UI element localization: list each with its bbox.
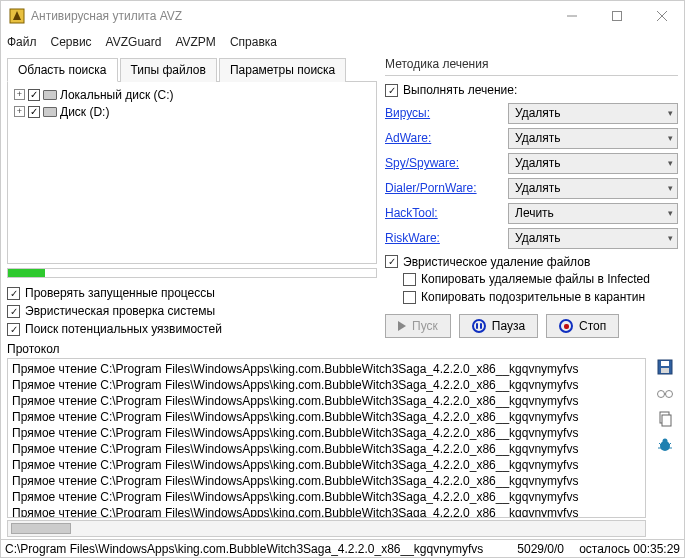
tree-row[interactable]: + ✓ Локальный диск (C:) <box>14 86 370 103</box>
log-line: Прямое чтение C:\Program Files\WindowsAp… <box>12 457 641 473</box>
svg-point-9 <box>666 391 673 398</box>
log-line: Прямое чтение C:\Program Files\WindowsAp… <box>12 361 641 377</box>
horizontal-scrollbar[interactable] <box>7 520 646 537</box>
menu-service[interactable]: Сервис <box>51 35 92 49</box>
play-icon <box>398 321 406 331</box>
log-line: Прямое чтение C:\Program Files\WindowsAp… <box>12 409 641 425</box>
chevron-down-icon: ▾ <box>668 108 673 118</box>
chevron-down-icon: ▾ <box>668 233 673 243</box>
stop-button[interactable]: Стоп <box>546 314 619 338</box>
perform-cure-label: Выполнять лечение: <box>403 83 517 97</box>
minimize-button[interactable] <box>549 1 594 31</box>
chevron-down-icon: ▾ <box>668 158 673 168</box>
close-button[interactable] <box>639 1 684 31</box>
log-line: Прямое чтение C:\Program Files\WindowsAp… <box>12 505 641 518</box>
select-riskware[interactable]: Удалять▾ <box>508 228 678 249</box>
tab-file-types[interactable]: Типы файлов <box>120 58 217 82</box>
menu-help[interactable]: Справка <box>230 35 277 49</box>
select-adware[interactable]: Удалять▾ <box>508 128 678 149</box>
menubar: Файл Сервис AVZGuard AVZPM Справка <box>1 31 684 53</box>
check-copy-quarantine[interactable] <box>403 291 416 304</box>
svg-rect-6 <box>661 361 669 366</box>
link-adware[interactable]: AdWare: <box>385 131 504 145</box>
stop-icon <box>559 319 573 333</box>
tab-search-area[interactable]: Область поиска <box>7 58 118 82</box>
expand-icon[interactable]: + <box>14 89 25 100</box>
link-dialer[interactable]: Dialer/PornWare: <box>385 181 504 195</box>
drive-icon <box>43 107 57 117</box>
save-icon[interactable] <box>656 358 674 376</box>
maximize-button[interactable] <box>594 1 639 31</box>
protocol-log[interactable]: Прямое чтение C:\Program Files\WindowsAp… <box>7 358 646 518</box>
chevron-down-icon: ▾ <box>668 208 673 218</box>
pause-icon <box>472 319 486 333</box>
svg-line-16 <box>669 443 671 445</box>
tab-search-params[interactable]: Параметры поиска <box>219 58 346 82</box>
svg-rect-2 <box>612 12 621 21</box>
app-window: Антивирусная утилита AVZ Файл Сервис AVZ… <box>0 0 685 558</box>
pause-button[interactable]: Пауза <box>459 314 538 338</box>
copy-quarantine-label: Копировать подозрительные в карантин <box>421 290 645 304</box>
status-path: C:\Program Files\WindowsApps\king.com.Bu… <box>5 542 490 556</box>
drive-checkbox[interactable]: ✓ <box>28 106 40 118</box>
drive-icon <box>43 90 57 100</box>
check-label: Поиск потенциальных уязвимостей <box>25 322 222 336</box>
svg-rect-12 <box>662 415 671 426</box>
check-copy-infected[interactable] <box>403 273 416 286</box>
status-bar: C:\Program Files\WindowsApps\king.com.Bu… <box>1 539 684 557</box>
check-perform-cure[interactable]: ✓ <box>385 84 398 97</box>
drive-checkbox[interactable]: ✓ <box>28 89 40 101</box>
scroll-thumb[interactable] <box>11 523 71 534</box>
drive-label: Диск (D:) <box>60 105 109 119</box>
start-button[interactable]: Пуск <box>385 314 451 338</box>
heur-label: Эвристическое удаление файлов <box>403 255 590 269</box>
status-progress: 5029/0/0 <box>490 542 570 556</box>
log-line: Прямое чтение C:\Program Files\WindowsAp… <box>12 473 641 489</box>
copy-icon[interactable] <box>656 410 674 428</box>
menu-file[interactable]: Файл <box>7 35 37 49</box>
check-heuristic-delete[interactable]: ✓ <box>385 255 398 268</box>
window-title: Антивирусная утилита AVZ <box>31 9 549 23</box>
link-riskware[interactable]: RiskWare: <box>385 231 504 245</box>
progress-bar <box>7 268 377 278</box>
check-vulnerabilities[interactable]: ✓ <box>7 323 20 336</box>
protocol-title: Протокол <box>7 342 646 356</box>
tree-row[interactable]: + ✓ Диск (D:) <box>14 103 370 120</box>
drive-tree[interactable]: + ✓ Локальный диск (C:) + ✓ Диск (D:) <box>7 82 377 264</box>
status-eta: осталось 00:35:29 <box>570 542 680 556</box>
menu-avzpm[interactable]: AVZPM <box>175 35 215 49</box>
check-heuristic-system[interactable]: ✓ <box>7 305 20 318</box>
select-dialer[interactable]: Удалять▾ <box>508 178 678 199</box>
select-spyware[interactable]: Удалять▾ <box>508 153 678 174</box>
menu-avzguard[interactable]: AVZGuard <box>106 35 162 49</box>
log-line: Прямое чтение C:\Program Files\WindowsAp… <box>12 441 641 457</box>
expand-icon[interactable]: + <box>14 106 25 117</box>
chevron-down-icon: ▾ <box>668 183 673 193</box>
svg-point-14 <box>663 439 668 444</box>
select-viruses[interactable]: Удалять▾ <box>508 103 678 124</box>
check-label: Проверять запущенные процессы <box>25 286 215 300</box>
check-running-processes[interactable]: ✓ <box>7 287 20 300</box>
svg-rect-7 <box>661 368 669 373</box>
drive-label: Локальный диск (C:) <box>60 88 174 102</box>
check-label: Эвристическая проверка системы <box>25 304 215 318</box>
svg-point-8 <box>658 391 665 398</box>
copy-infected-label: Копировать удаляемые файлы в Infected <box>421 272 650 286</box>
log-line: Прямое чтение C:\Program Files\WindowsAp… <box>12 425 641 441</box>
tab-bar: Область поиска Типы файлов Параметры пои… <box>7 57 377 82</box>
link-viruses[interactable]: Вирусы: <box>385 106 504 120</box>
chevron-down-icon: ▾ <box>668 133 673 143</box>
glasses-icon[interactable] <box>656 384 674 402</box>
log-line: Прямое чтение C:\Program Files\WindowsAp… <box>12 489 641 505</box>
select-hacktool[interactable]: Лечить▾ <box>508 203 678 224</box>
log-line: Прямое чтение C:\Program Files\WindowsAp… <box>12 393 641 409</box>
treatment-title: Методика лечения <box>385 57 678 71</box>
svg-line-15 <box>659 443 661 445</box>
bug-icon[interactable] <box>656 436 674 454</box>
app-icon <box>9 8 25 24</box>
titlebar: Антивирусная утилита AVZ <box>1 1 684 31</box>
link-hacktool[interactable]: HackTool: <box>385 206 504 220</box>
link-spyware[interactable]: Spy/Spyware: <box>385 156 504 170</box>
log-line: Прямое чтение C:\Program Files\WindowsAp… <box>12 377 641 393</box>
